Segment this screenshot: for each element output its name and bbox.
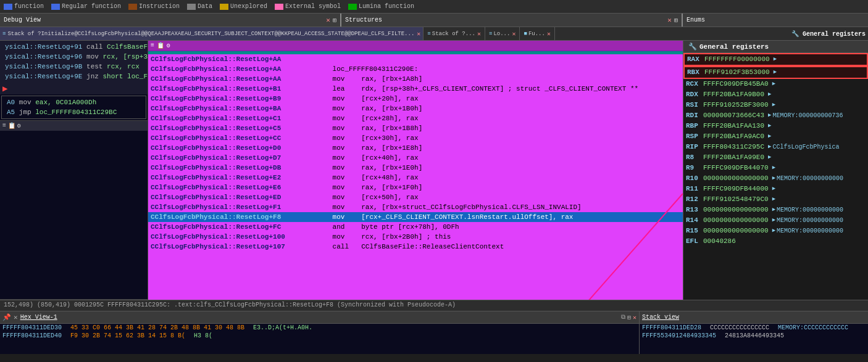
rip-arrow[interactable]: ▶ <box>768 142 771 152</box>
toolbar-btn2[interactable]: 📋 <box>8 122 15 130</box>
disasm-line-13[interactable]: CClfsLogFcbPhysical::ResetLog+E6 mov rax… <box>148 183 683 192</box>
r12-arrow[interactable]: ▶ <box>772 195 775 204</box>
reg-r8[interactable]: R8 FFFF20BA1FA99E0 ▶ <box>683 152 868 163</box>
disasm-line-18[interactable]: CClfsLogFcbPhysical::ResetLog+107 call C… <box>148 242 683 252</box>
code-line-9b: ysical::ResetLog+9B test rcx, rcx <box>2 62 145 72</box>
r15-arrow[interactable]: ▶ <box>772 226 775 236</box>
reg-rbx[interactable]: RBX FFFF9102F3B53000 ▶ <box>683 66 868 79</box>
rax-arrow[interactable]: ▶ <box>774 55 777 64</box>
data-color-swatch <box>187 4 196 10</box>
hex-pin-icon[interactable]: 📌 <box>2 313 11 321</box>
debug-view-close[interactable]: ✕ <box>326 16 330 24</box>
tab-fu[interactable]: ■ Fu... ✕ <box>520 27 554 40</box>
r14-ref[interactable]: MEMORY:00000000000 <box>777 216 843 225</box>
r11-arrow[interactable]: ▶ <box>772 184 775 194</box>
rbx-arrow[interactable]: ▶ <box>774 68 777 77</box>
reg-r10[interactable]: R10 0000000000000000 ▶ MEMORY:0000000000… <box>683 173 868 184</box>
instruction-color-swatch <box>128 4 137 10</box>
hex-bytes-2: F9 30 2B 74 15 62 3B 14 15 8 B( <box>70 332 185 339</box>
disasm-line-7[interactable]: CClfsLogFcbPhysical::ResetLog+C5 mov rax… <box>148 123 683 133</box>
disasm-line-14[interactable]: CClfsLogFcbPhysical::ResetLog+ED mov [rc… <box>148 192 683 202</box>
disasm-line-3[interactable]: CClfsLogFcbPhysical::ResetLog+B1 lea rdx… <box>148 84 683 94</box>
r15-value: 0000000000000000 <box>703 226 769 236</box>
hex-panel-close-btn[interactable]: ✕ <box>633 314 636 321</box>
stack-view-tab[interactable]: Stack view <box>642 314 679 321</box>
general-registers-title: 🔧 General registers <box>791 30 866 38</box>
hex-max-btn[interactable]: ⊞ <box>627 314 631 321</box>
reg-rsi[interactable]: RSI FFFF910252BF3000 ▶ <box>683 100 868 110</box>
disasm-line-selected[interactable]: CClfsLogFcbPhysical::ResetLog+F8 mov [rc… <box>148 212 683 222</box>
r13-arrow[interactable]: ▶ <box>772 205 775 215</box>
disasm-line-5[interactable]: CClfsLogFcbPhysical::ResetLog+BA mov rax… <box>148 104 683 113</box>
reg-rbp[interactable]: RBP FFFF20BA1FAA130 ▶ <box>683 121 868 131</box>
reg-r12[interactable]: R12 FFFF9102548479C0 ▶ <box>683 194 868 205</box>
reg-rdi[interactable]: RDI 000000073666C43 ▶ MEMORY:00000000073… <box>683 110 868 121</box>
r14-value: 0000000000000000 <box>703 216 769 225</box>
disasm-line-17[interactable]: CClfsLogFcbPhysical::ResetLog+100 mov rc… <box>148 232 683 242</box>
disasm-line-16[interactable]: CClfsLogFcbPhysical::ResetLog+FC and byt… <box>148 222 683 232</box>
toolbar-btn1[interactable]: ≡ <box>2 122 6 130</box>
r13-value: 0000000000000000 <box>703 205 769 215</box>
debug-view-max[interactable]: ⊞ <box>333 17 336 24</box>
r13-ref[interactable]: MEMORY:00000000000 <box>777 205 843 215</box>
tab-stack2[interactable]: ≡ Stack of ?... ✕ <box>424 27 485 40</box>
stack-ref-1: MEMORY:CCCCCCCCCCCC <box>778 324 848 331</box>
rbp-arrow[interactable]: ▶ <box>768 121 771 131</box>
main-disasm-tab[interactable]: ≡ Stack of ?Initialize@CClfsLogFcbPhysic… <box>0 27 424 40</box>
disasm-line-2[interactable]: CClfsLogFcbPhysical::ResetLog+AA mov rax… <box>148 74 683 84</box>
rdi-ref[interactable]: MEMORY:000000000736 <box>772 111 843 120</box>
tab-lo[interactable]: ≡ Lo... ✕ <box>485 27 520 40</box>
r10-ref[interactable]: MEMORY:00000000000 <box>777 174 843 183</box>
reg-r13[interactable]: R13 0000000000000000 ▶ MEMORY:0000000000… <box>683 205 868 215</box>
reg-rip[interactable]: RIP FFFF804311C295C ▶ CClfsLogFcbPhysica <box>683 142 868 152</box>
reg-rax[interactable]: RAX FFFFFFFF00000000 ▶ <box>683 53 868 66</box>
rdx-arrow[interactable]: ▶ <box>768 90 771 99</box>
disasm-line-1[interactable]: CClfsLogFcbPhysical::ResetLog+AA loc_FFF… <box>148 64 683 74</box>
status-bar: 152,498) (850,419) 0001295C FFFFF804311C… <box>0 300 868 311</box>
rsi-arrow[interactable]: ▶ <box>772 101 775 110</box>
disasm-line-9[interactable]: CClfsLogFcbPhysical::ResetLog+D0 mov rax… <box>148 143 683 153</box>
hex-view-tab[interactable]: Hex View-1 <box>20 314 57 321</box>
disasm-toolbar-btn3[interactable]: ⚙ <box>167 42 170 49</box>
reg-efl[interactable]: EFL 00040286 <box>683 236 868 247</box>
reg-rdx[interactable]: RDX FFFF20BA1FA9B00 ▶ <box>683 89 868 100</box>
toolbar-btn3[interactable]: ⚙ <box>17 122 21 130</box>
rcx-arrow[interactable]: ▶ <box>772 80 775 89</box>
structures-max[interactable]: ⊞ <box>674 17 678 24</box>
disasm-tab-close[interactable]: ✕ <box>417 30 420 38</box>
rsp-arrow[interactable]: ▶ <box>768 132 771 141</box>
fu-close[interactable]: ✕ <box>547 30 551 38</box>
disasm-toolbar-btn2[interactable]: 📋 <box>157 42 164 49</box>
reg-r11[interactable]: R11 FFFFC909DFB44000 ▶ <box>683 184 868 194</box>
stack2-close[interactable]: ✕ <box>477 30 481 38</box>
r8-value: FFFF20BA1FA99E0 <box>703 153 764 162</box>
disasm-line-6[interactable]: CClfsLogFcbPhysical::ResetLog+C1 mov [rc… <box>148 113 683 123</box>
disasm-line-4[interactable]: CClfsLogFcbPhysical::ResetLog+B9 mov [rc… <box>148 94 683 104</box>
disasm-line-12[interactable]: CClfsLogFcbPhysical::ResetLog+E2 mov [rc… <box>148 173 683 183</box>
lo-close[interactable]: ✕ <box>512 30 515 38</box>
disasm-line-8[interactable]: CClfsLogFcbPhysical::ResetLog+CC mov [rc… <box>148 133 683 143</box>
r15-ref[interactable]: MEMORY:00000000000 <box>777 226 843 236</box>
r9-arrow[interactable]: ▶ <box>772 163 775 173</box>
legend-data-label: Data <box>198 3 212 10</box>
disasm-line-15[interactable]: CClfsLogFcbPhysical::ResetLog+F1 mov rax… <box>148 202 683 212</box>
disasm-line-0[interactable]: CClfsLogFcbPhysical::ResetLog+AA <box>148 54 683 64</box>
hex-restore-btn[interactable]: ⧉ <box>621 314 625 321</box>
r14-arrow[interactable]: ▶ <box>772 216 775 225</box>
top-code-area: ysical::ResetLog+91 call CclfsBaseFile::… <box>0 41 148 83</box>
lo-label: Lo... <box>493 31 510 37</box>
reg-r15[interactable]: R15 0000000000000000 ▶ MEMORY:0000000000… <box>683 226 868 236</box>
hex-close-icon[interactable]: ✕ <box>14 313 18 321</box>
disasm-toolbar-btn1[interactable]: ≡ <box>151 42 154 49</box>
reg-rcx[interactable]: RCX FFFFC909DFB45BA0 ▶ <box>683 79 868 89</box>
r10-arrow[interactable]: ▶ <box>772 174 775 183</box>
rip-ref[interactable]: CClfsLogFcbPhysica <box>772 142 839 152</box>
r8-arrow[interactable]: ▶ <box>768 153 771 162</box>
disasm-line-11[interactable]: CClfsLogFcbPhysical::ResetLog+DB mov rax… <box>148 163 683 173</box>
reg-r9[interactable]: R9 FFFFC909DFB44070 ▶ <box>683 163 868 173</box>
structures-close[interactable]: ✕ <box>667 16 672 24</box>
rdi-arrow[interactable]: ▶ <box>768 111 771 120</box>
disasm-line-10[interactable]: CClfsLogFcbPhysical::ResetLog+D7 mov [rc… <box>148 153 683 163</box>
reg-rsp[interactable]: RSP FFFF20BA1FA9AC0 ▶ <box>683 131 868 142</box>
reg-r14[interactable]: R14 0000000000000000 ▶ MEMORY:0000000000… <box>683 215 868 226</box>
